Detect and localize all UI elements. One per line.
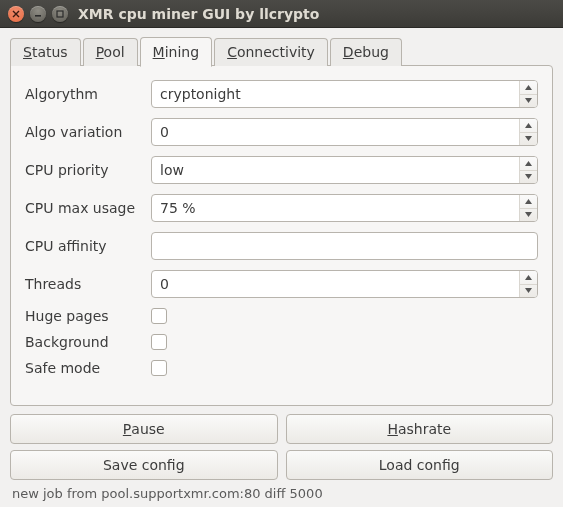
- cpu-priority-field[interactable]: low: [151, 156, 538, 184]
- cpu-max-usage-field[interactable]: [151, 194, 538, 222]
- cpu-affinity-label: CPU affinity: [25, 238, 143, 254]
- safe-mode-checkbox[interactable]: [151, 360, 167, 376]
- algorythm-label: Algorythm: [25, 86, 143, 102]
- cpu-max-usage-spin[interactable]: [519, 195, 537, 221]
- chevron-down-icon[interactable]: [520, 208, 537, 222]
- cpu-affinity-field[interactable]: [151, 232, 538, 260]
- algo-variation-input[interactable]: [152, 119, 519, 145]
- tab-strip: Status Pool Mining Connectivity Debug: [10, 36, 553, 66]
- mining-panel: Algorythm cryptonight Algo variation CPU…: [10, 65, 553, 406]
- background-label: Background: [25, 334, 143, 350]
- algo-variation-field[interactable]: [151, 118, 538, 146]
- tab-connectivity[interactable]: Connectivity: [214, 38, 328, 66]
- background-checkbox[interactable]: [151, 334, 167, 350]
- huge-pages-checkbox[interactable]: [151, 308, 167, 324]
- tab-status[interactable]: Status: [10, 38, 81, 66]
- threads-input[interactable]: [152, 271, 519, 297]
- action-buttons: Pause Hashrate Save config Load config: [10, 414, 553, 480]
- algorythm-value: cryptonight: [152, 81, 519, 107]
- window-body: Status Pool Mining Connectivity Debug Al…: [0, 28, 563, 507]
- maximize-icon[interactable]: [52, 6, 68, 22]
- svg-rect-0: [35, 15, 41, 17]
- algo-variation-spin[interactable]: [519, 119, 537, 145]
- load-config-button[interactable]: Load config: [286, 450, 554, 480]
- tab-pool[interactable]: Pool: [83, 38, 138, 66]
- threads-label: Threads: [25, 276, 143, 292]
- chevron-up-icon[interactable]: [520, 195, 537, 208]
- minimize-icon[interactable]: [30, 6, 46, 22]
- pause-button[interactable]: Pause: [10, 414, 278, 444]
- svg-rect-1: [57, 11, 63, 17]
- chevron-up-icon[interactable]: [520, 271, 537, 284]
- algorythm-field[interactable]: cryptonight: [151, 80, 538, 108]
- status-line: new job from pool.supportxmr.com:80 diff…: [10, 486, 553, 503]
- cpu-priority-label: CPU priority: [25, 162, 143, 178]
- titlebar: XMR cpu miner GUI by llcrypto: [0, 0, 563, 28]
- chevron-down-icon[interactable]: [520, 284, 537, 298]
- chevron-down-icon[interactable]: [520, 170, 537, 184]
- tab-mining[interactable]: Mining: [140, 37, 213, 67]
- save-config-button[interactable]: Save config: [10, 450, 278, 480]
- threads-spin[interactable]: [519, 271, 537, 297]
- cpu-max-usage-label: CPU max usage: [25, 200, 143, 216]
- hashrate-button[interactable]: Hashrate: [286, 414, 554, 444]
- algo-variation-label: Algo variation: [25, 124, 143, 140]
- chevron-up-icon[interactable]: [520, 157, 537, 170]
- window-controls: [8, 6, 68, 22]
- tab-debug[interactable]: Debug: [330, 38, 402, 66]
- algorythm-combo-buttons[interactable]: [519, 81, 537, 107]
- cpu-priority-combo-buttons[interactable]: [519, 157, 537, 183]
- chevron-up-icon[interactable]: [520, 81, 537, 94]
- huge-pages-label: Huge pages: [25, 308, 143, 324]
- chevron-down-icon[interactable]: [520, 94, 537, 108]
- window-title: XMR cpu miner GUI by llcrypto: [78, 6, 319, 22]
- cpu-affinity-input[interactable]: [152, 233, 537, 259]
- threads-field[interactable]: [151, 270, 538, 298]
- chevron-up-icon[interactable]: [520, 119, 537, 132]
- mining-form: Algorythm cryptonight Algo variation CPU…: [25, 80, 538, 376]
- cpu-max-usage-input[interactable]: [152, 195, 519, 221]
- chevron-down-icon[interactable]: [520, 132, 537, 146]
- close-icon[interactable]: [8, 6, 24, 22]
- safe-mode-label: Safe mode: [25, 360, 143, 376]
- cpu-priority-value: low: [152, 157, 519, 183]
